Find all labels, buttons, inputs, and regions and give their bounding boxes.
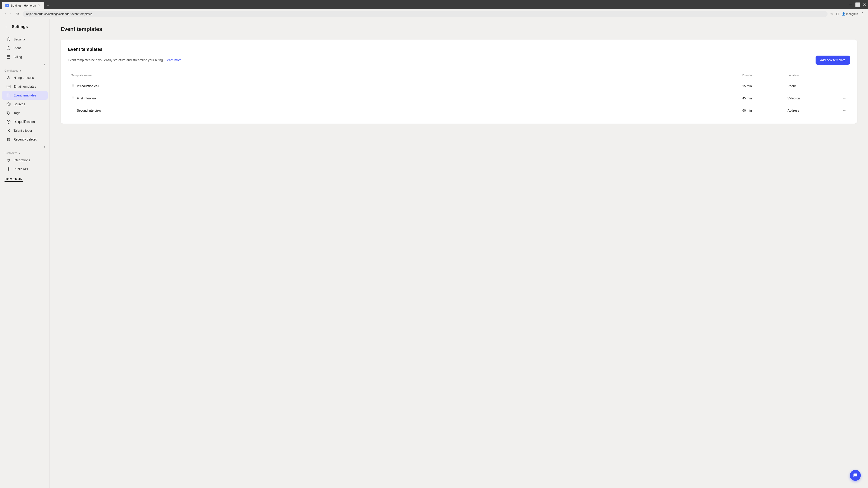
back-nav-button[interactable]: ‹ xyxy=(4,11,6,17)
sidebar-item-public-api-label: Public API xyxy=(13,167,28,171)
sidebar-item-public-api[interactable]: Public API xyxy=(2,165,48,173)
candidates-section-label[interactable]: Candidates ▾ xyxy=(0,67,50,73)
sidebar-item-event-templates[interactable]: Event templates xyxy=(2,91,48,100)
row-duration-2: 45 min xyxy=(742,96,787,100)
close-window-button[interactable]: ✕ xyxy=(863,2,866,7)
table-row: ⠿ Second interview 60 min Address ··· xyxy=(68,104,850,116)
col-header-location: Location xyxy=(787,74,833,77)
sidebar-item-hiring-process-label: Hiring process xyxy=(13,76,34,79)
sidebar-item-email-templates[interactable]: Email templates xyxy=(2,82,48,91)
svg-line-20 xyxy=(8,130,8,131)
customize-chevron-icon: ▾ xyxy=(19,152,20,155)
sidebar-item-sources[interactable]: Sources xyxy=(2,100,48,108)
email-icon xyxy=(6,84,11,89)
sidebar-item-recently-deleted[interactable]: Recently deleted xyxy=(2,135,48,144)
svg-rect-4 xyxy=(7,85,10,88)
new-tab-button[interactable]: + xyxy=(45,2,51,9)
col-header-actions xyxy=(833,74,846,77)
profile-icon[interactable]: 👤 Incognito xyxy=(842,12,858,15)
sidebar-item-disqualification-label: Disqualification xyxy=(13,120,35,124)
svg-line-19 xyxy=(9,131,10,132)
content-card: Event templates Event templates help you… xyxy=(61,39,857,124)
row-actions-3[interactable]: ··· xyxy=(833,108,846,113)
customize-section-label[interactable]: Customize ▾ xyxy=(0,150,50,156)
trash-icon xyxy=(6,137,11,142)
row-name-cell-1: ⠿ Introduction call xyxy=(71,84,742,88)
scissors-icon xyxy=(6,128,11,133)
sidebar-item-billing[interactable]: Billing xyxy=(2,53,48,61)
tab-bar: H Settings · Homerun ✕ + ─ ⬜ ✕ xyxy=(0,0,868,9)
url-input[interactable]: app.homerun.co/settings/calendar-event-t… xyxy=(23,11,828,17)
back-to-app-button[interactable]: ← xyxy=(4,24,9,29)
sidebar-item-disqualification[interactable]: Disqualification xyxy=(2,118,48,126)
svg-rect-11 xyxy=(9,103,10,105)
browser-chrome: H Settings · Homerun ✕ + ─ ⬜ ✕ ‹ › ↻ app… xyxy=(0,0,868,19)
api-icon xyxy=(6,167,11,171)
drag-handle-1[interactable]: ⠿ xyxy=(71,84,74,88)
card-title: Event templates xyxy=(68,47,850,52)
template-table: Template name Duration Location ⠿ Introd… xyxy=(68,71,850,116)
address-bar: ‹ › ↻ app.homerun.co/settings/calendar-e… xyxy=(0,9,868,19)
page-title: Event templates xyxy=(61,26,857,32)
sidebar-item-integrations[interactable]: Integrations xyxy=(2,156,48,164)
row-actions-1[interactable]: ··· xyxy=(833,84,846,88)
learn-more-link[interactable]: Learn more xyxy=(165,58,182,62)
menu-icon[interactable]: ⋮ xyxy=(861,12,864,16)
users-icon xyxy=(6,75,11,80)
chat-support-button[interactable] xyxy=(850,470,861,481)
svg-point-3 xyxy=(8,76,9,78)
row-name-cell-3: ⠿ Second interview xyxy=(71,108,742,112)
svg-rect-0 xyxy=(7,55,10,59)
sidebar-title: Settings xyxy=(12,24,28,29)
homerun-wordmark: HOMERUN xyxy=(4,177,23,182)
sidebar-item-security-label: Security xyxy=(13,37,25,41)
sidebar-item-plans[interactable]: Plans xyxy=(2,44,48,53)
add-new-template-button[interactable]: Add new template xyxy=(815,56,850,65)
svg-rect-10 xyxy=(8,103,9,106)
tab-favicon: H xyxy=(5,4,9,7)
table-header: Template name Duration Location xyxy=(68,71,850,80)
col-header-name: Template name xyxy=(71,74,742,77)
sidebar-item-talent-clipper[interactable]: Talent clipper xyxy=(2,126,48,135)
sidebar-item-recently-deleted-label: Recently deleted xyxy=(13,138,37,141)
svg-point-17 xyxy=(7,131,8,132)
sidebar-item-security[interactable]: Security xyxy=(2,35,48,43)
row-location-3: Address xyxy=(787,109,833,112)
card-description-text: Event templates help you easily structur… xyxy=(68,58,182,62)
sidebar-item-email-templates-label: Email templates xyxy=(13,85,36,88)
window-controls: ─ ⬜ ✕ xyxy=(849,2,866,9)
row-actions-2[interactable]: ··· xyxy=(833,96,846,101)
active-tab[interactable]: H Settings · Homerun ✕ xyxy=(2,2,44,9)
row-name-2: First interview xyxy=(77,96,96,100)
svg-point-24 xyxy=(8,168,9,170)
address-actions: ☆ ⊡ 👤 Incognito ⋮ xyxy=(830,12,864,16)
svg-rect-5 xyxy=(7,94,10,97)
app-layout: ← Settings Security Plans Billing ▲ xyxy=(0,19,868,488)
sidebar-item-tags-label: Tags xyxy=(13,111,20,115)
table-row: ⠿ First interview 45 min Video call ··· xyxy=(68,92,850,104)
refresh-button[interactable]: ↻ xyxy=(15,11,20,17)
sidebar-item-integrations-label: Integrations xyxy=(13,158,30,162)
sidebar-item-hiring-process[interactable]: Hiring process xyxy=(2,73,48,82)
minimize-button[interactable]: ─ xyxy=(849,2,852,7)
scroll-up-button[interactable]: ▲ xyxy=(42,62,47,67)
scroll-down-button[interactable]: ▼ xyxy=(42,144,47,149)
sidebar-item-billing-label: Billing xyxy=(13,55,22,59)
source-icon xyxy=(6,102,11,106)
sidebar-item-tags[interactable]: Tags xyxy=(2,109,48,117)
row-name-1: Introduction call xyxy=(77,84,99,88)
forward-nav-button[interactable]: › xyxy=(9,11,12,17)
bookmark-icon[interactable]: ☆ xyxy=(830,12,833,16)
sidebar-toggle-icon[interactable]: ⊡ xyxy=(836,12,839,16)
main-content: Event templates Event templates Event te… xyxy=(50,19,868,488)
row-location-2: Video call xyxy=(787,96,833,100)
drag-handle-3[interactable]: ⠿ xyxy=(71,108,74,112)
maximize-button[interactable]: ⬜ xyxy=(855,2,860,7)
box-icon xyxy=(6,46,11,51)
tab-close-button[interactable]: ✕ xyxy=(38,4,40,7)
url-text: app.homerun.co/settings/calendar-event-t… xyxy=(26,12,92,15)
col-header-duration: Duration xyxy=(742,74,787,77)
drag-handle-2[interactable]: ⠿ xyxy=(71,96,74,100)
row-duration-3: 60 min xyxy=(742,109,787,112)
sidebar-item-plans-label: Plans xyxy=(13,46,22,50)
